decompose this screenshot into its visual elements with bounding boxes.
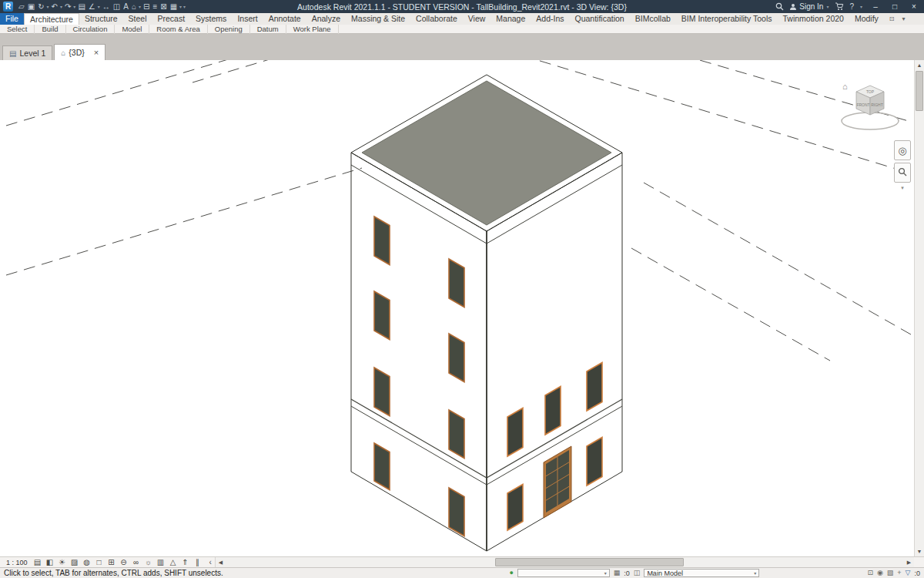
design-options-select[interactable]: Main Model ▾: [644, 569, 759, 577]
viewcube[interactable]: ⌂ TOP FRONT RIGHT: [842, 82, 899, 129]
select-pinned-icon[interactable]: ◉: [877, 568, 883, 578]
ribbon-tab-addins[interactable]: Add-Ins: [531, 13, 569, 25]
tag-by-category-icon[interactable]: ◫: [112, 0, 122, 13]
ribbon-tab-bimcollab[interactable]: BIMcollab: [630, 13, 676, 25]
reference-line[interactable]: [192, 60, 270, 82]
reference-line[interactable]: [6, 60, 277, 126]
measure-icon[interactable]: ∠: [87, 0, 97, 13]
ribbon-display-caret-icon[interactable]: ▾: [900, 13, 908, 25]
thin-lines-icon[interactable]: ≡: [151, 0, 159, 13]
ribbon-tab-analyze[interactable]: Analyze: [306, 13, 346, 25]
temporary-hide-isolate-icon[interactable]: ∞: [131, 557, 142, 567]
visual-style-icon[interactable]: ◧: [45, 557, 55, 567]
sun-path-icon[interactable]: ☀: [57, 557, 68, 567]
steering-wheel-button[interactable]: ◎: [894, 140, 911, 160]
window[interactable]: [507, 408, 523, 457]
lock-3d-view-icon[interactable]: ⊖: [119, 557, 129, 567]
panel-datum[interactable]: Datum: [250, 25, 286, 34]
horizontal-scroll-thumb[interactable]: [495, 558, 684, 566]
worksets-icon[interactable]: ●: [509, 568, 513, 578]
vertical-scroll-thumb[interactable]: [916, 71, 923, 111]
view-tab-3d[interactable]: ⌂ {3D} ×: [54, 44, 105, 60]
close-hidden-windows-icon[interactable]: ⊠: [159, 0, 168, 13]
viewcube-home-icon[interactable]: ⌂: [842, 82, 848, 91]
ribbon-tab-systems[interactable]: Systems: [190, 13, 232, 25]
design-options-icon[interactable]: ◫: [634, 568, 641, 578]
reveal-hidden-elements-icon[interactable]: ☼: [143, 557, 154, 567]
displacement-sets-icon[interactable]: ⇑: [180, 557, 191, 567]
window[interactable]: [449, 259, 464, 307]
close-button[interactable]: ×: [907, 0, 921, 13]
ribbon-tab-steel[interactable]: Steel: [123, 13, 152, 25]
roof-inner-slab[interactable]: [362, 81, 611, 225]
sync-icon[interactable]: ↻: [36, 0, 45, 13]
navbar-caret-icon[interactable]: ▾: [901, 185, 904, 191]
default-3d-view-icon[interactable]: ⌂: [130, 0, 138, 13]
horizontal-scrollbar[interactable]: ◀ ▶: [215, 557, 914, 567]
ribbon-tab-architecture[interactable]: Architecture: [24, 13, 79, 25]
window[interactable]: [374, 443, 390, 490]
detail-level-icon[interactable]: ▤: [32, 557, 43, 567]
scroll-up-icon[interactable]: ▲: [915, 60, 924, 70]
analytical-model-icon[interactable]: △: [168, 557, 179, 567]
ribbon-tab-quantification[interactable]: Quantification: [570, 13, 630, 25]
panel-opening[interactable]: Opening: [208, 25, 250, 34]
ribbon-tab-view[interactable]: View: [463, 13, 491, 25]
zoom-button[interactable]: [894, 163, 911, 183]
ribbon-tab-structure[interactable]: Structure: [79, 13, 123, 25]
ribbon-tab-twinmotion[interactable]: Twinmotion 2020: [778, 13, 849, 25]
ribbon-tab-modify[interactable]: Modify: [849, 13, 884, 25]
crop-view-icon[interactable]: □: [94, 557, 105, 567]
save-icon[interactable]: ▣: [26, 0, 36, 13]
editable-only-icon[interactable]: ▦: [614, 568, 621, 578]
minimize-button[interactable]: –: [869, 0, 882, 13]
ribbon-tab-collaborate[interactable]: Collaborate: [410, 13, 463, 25]
window[interactable]: [374, 368, 390, 416]
close-view-tab-icon[interactable]: ×: [94, 48, 99, 57]
ribbon-tab-bim-interoperability[interactable]: BIM Interoperability Tools: [676, 13, 778, 25]
panel-model[interactable]: Model: [115, 25, 149, 34]
print-icon[interactable]: ▤: [76, 0, 86, 13]
open-icon[interactable]: ▱: [17, 0, 26, 13]
panel-room-area[interactable]: Room & Area: [149, 25, 208, 34]
ribbon-tab-insert[interactable]: Insert: [232, 13, 263, 25]
help-icon[interactable]: ?: [849, 2, 854, 11]
section-icon[interactable]: ⊟: [142, 0, 151, 13]
scroll-left-icon[interactable]: ◀: [216, 557, 226, 567]
select-links-icon[interactable]: ⊡: [867, 568, 873, 578]
window[interactable]: [374, 217, 390, 265]
reference-line[interactable]: [644, 183, 911, 334]
scroll-right-icon[interactable]: ▶: [904, 557, 914, 567]
ribbon-tab-file[interactable]: File: [0, 13, 24, 25]
window[interactable]: [374, 291, 390, 340]
temporary-view-properties-icon[interactable]: ▥: [156, 557, 166, 567]
cart-icon[interactable]: [835, 2, 844, 11]
window[interactable]: [449, 410, 464, 459]
tab-scroll-left-icon[interactable]: ‹: [206, 558, 215, 566]
panel-select[interactable]: Select: [0, 25, 35, 34]
shadows-icon[interactable]: ▨: [69, 557, 80, 567]
revit-logo[interactable]: R: [3, 2, 13, 12]
ribbon-tab-precast[interactable]: Precast: [152, 13, 191, 25]
restore-button[interactable]: □: [888, 0, 902, 13]
reference-line[interactable]: [631, 248, 830, 361]
window[interactable]: [507, 485, 523, 531]
redo-icon[interactable]: ↷: [63, 0, 72, 13]
undo-icon[interactable]: ↶: [50, 0, 59, 13]
window[interactable]: [449, 488, 464, 536]
switch-windows-icon[interactable]: ▦: [169, 0, 179, 13]
select-by-face-icon[interactable]: ▧: [887, 568, 894, 578]
vertical-scrollbar[interactable]: ▲ ▼: [914, 60, 924, 556]
search-icon[interactable]: [775, 2, 784, 11]
customize-qat-icon[interactable]: ▾: [182, 4, 186, 9]
ribbon-tab-manage[interactable]: Manage: [490, 13, 531, 25]
scroll-down-icon[interactable]: ▼: [915, 546, 924, 556]
panel-circulation[interactable]: Circulation: [66, 25, 116, 34]
sign-in-button[interactable]: Sign In ▾: [789, 2, 829, 11]
window[interactable]: [587, 438, 602, 486]
window[interactable]: [587, 363, 602, 412]
drag-on-selection-icon[interactable]: +: [897, 568, 901, 578]
text-icon[interactable]: A: [122, 0, 130, 13]
filter-icon[interactable]: ▽: [906, 568, 911, 578]
window[interactable]: [449, 334, 464, 382]
